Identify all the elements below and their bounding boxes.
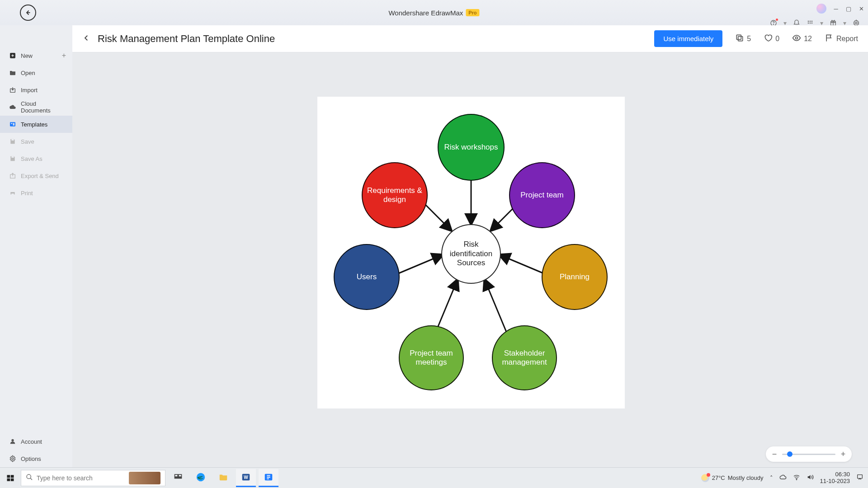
node-label: Risk workshops <box>444 143 498 152</box>
edge-icon[interactable] <box>191 469 211 487</box>
onedrive-icon[interactable] <box>779 474 787 482</box>
sidebar-item-print: Print <box>0 184 72 202</box>
weather-icon <box>701 474 709 482</box>
taskbar-search[interactable]: Type here to search <box>21 470 165 486</box>
svg-point-2 <box>808 21 809 22</box>
stat-copies[interactable]: 5 <box>735 33 751 44</box>
zoom-slider[interactable] <box>782 454 835 455</box>
sidebar-item-templates[interactable]: Templates <box>0 116 72 133</box>
action-center-icon[interactable] <box>856 474 863 482</box>
svg-rect-19 <box>11 191 14 192</box>
sidebar-item-save: Save <box>0 133 72 150</box>
svg-rect-24 <box>737 35 741 39</box>
svg-point-7 <box>811 23 813 24</box>
svg-point-4 <box>811 21 813 22</box>
weather-text: Mostly cloudy <box>728 474 764 481</box>
heart-icon <box>764 33 773 44</box>
node-label: Users <box>357 272 377 282</box>
node-label: Stakeholder management <box>496 349 552 367</box>
explorer-icon[interactable] <box>213 469 233 487</box>
use-immediately-button[interactable]: Use immediately <box>654 30 722 47</box>
node-project-team[interactable]: Project team <box>509 162 575 228</box>
taskbar: Type here to search W 27°C Mostly cloudy… <box>0 467 868 488</box>
word-icon[interactable]: W <box>236 469 256 487</box>
sidebar-item-label: Options <box>21 455 41 462</box>
sidebar-item-import[interactable]: Import <box>0 81 72 99</box>
tray-chevron-icon[interactable]: ˄ <box>770 474 773 481</box>
sidebar-item-label: New <box>21 52 33 59</box>
node-risk-workshops[interactable]: Risk workshops <box>438 114 505 181</box>
page-title: Risk Management Plan Template Online <box>98 33 275 45</box>
search-decoration <box>129 472 160 484</box>
sidebar-item-label: Cloud Documents <box>21 100 63 114</box>
close-button[interactable]: ✕ <box>858 5 864 12</box>
wifi-icon[interactable] <box>793 474 800 482</box>
maximize-button[interactable]: ▢ <box>845 5 852 12</box>
node-requirements[interactable]: Requirements & design <box>362 162 428 228</box>
node-users[interactable]: Users <box>334 244 400 310</box>
node-label: Project team meetings <box>403 349 459 367</box>
svg-rect-15 <box>11 139 14 141</box>
weather-widget[interactable]: 27°C Mostly cloudy <box>701 474 764 482</box>
svg-line-30 <box>500 255 548 275</box>
avatar[interactable] <box>816 4 826 14</box>
sidebar-item-label: Save As <box>21 155 42 162</box>
node-center[interactable]: Risk identification Sources <box>441 224 501 284</box>
cloud-icon <box>9 103 16 111</box>
sidebar-item-label: Save <box>21 138 34 145</box>
node-label: Planning <box>560 272 590 282</box>
node-stakeholder[interactable]: Stakeholder management <box>492 325 557 390</box>
node-planning[interactable]: Planning <box>542 244 608 310</box>
stat-views: 12 <box>792 33 812 44</box>
zoom-thumb[interactable] <box>787 451 793 457</box>
minimize-button[interactable]: ─ <box>833 5 839 12</box>
search-icon <box>26 474 33 482</box>
zoom-control[interactable]: − + <box>766 446 852 462</box>
task-view-icon[interactable] <box>168 469 188 487</box>
clock[interactable]: 06:30 11-10-2023 <box>820 471 850 485</box>
svg-rect-39 <box>179 474 182 477</box>
back-circle-button[interactable] <box>20 5 36 21</box>
import-icon <box>9 86 16 94</box>
report-button[interactable]: Report <box>825 33 858 44</box>
svg-rect-34 <box>11 475 14 478</box>
sidebar-item-options[interactable]: Options <box>0 450 72 467</box>
svg-rect-38 <box>175 474 178 477</box>
templates-icon <box>9 121 16 128</box>
app-title: Wondershare EdrawMax Pro <box>388 9 479 17</box>
volume-icon[interactable] <box>807 474 814 482</box>
sidebar-item-label: Print <box>21 190 33 197</box>
sidebar-item-open[interactable]: Open <box>0 64 72 81</box>
svg-line-29 <box>394 255 443 275</box>
clock-time: 06:30 <box>820 471 850 478</box>
svg-rect-35 <box>7 478 10 481</box>
stat-likes[interactable]: 0 <box>764 33 779 44</box>
node-label: Risk identification Sources <box>446 240 496 267</box>
canvas-area: Risk identification Sources Risk worksho… <box>72 52 868 488</box>
edraw-icon[interactable] <box>259 469 278 487</box>
sidebar: New + Open Import Cloud Documents Templa… <box>0 25 72 488</box>
sidebar-item-label: Templates <box>21 121 47 128</box>
zoom-in-button[interactable]: + <box>840 450 846 459</box>
sidebar-item-cloud[interactable]: Cloud Documents <box>0 99 72 116</box>
back-button[interactable] <box>82 34 91 44</box>
node-label: Project team <box>520 191 563 200</box>
system-tray: 27°C Mostly cloudy ˄ 06:30 11-10-2023 <box>701 471 868 485</box>
zoom-out-button[interactable]: − <box>771 450 778 459</box>
node-pt-meetings[interactable]: Project team meetings <box>399 325 464 390</box>
start-button[interactable] <box>0 468 21 488</box>
node-label: Requirements & design <box>366 186 423 205</box>
svg-rect-13 <box>11 123 12 124</box>
stat-value: 0 <box>775 35 779 43</box>
pro-badge: Pro <box>466 9 479 16</box>
svg-point-22 <box>12 458 14 460</box>
svg-text:W: W <box>244 475 248 480</box>
search-placeholder: Type here to search <box>37 474 93 482</box>
svg-point-37 <box>27 474 31 479</box>
sidebar-item-label: Export & Send <box>21 173 59 179</box>
sidebar-item-account[interactable]: Account <box>0 433 72 450</box>
flag-icon <box>825 33 834 44</box>
new-plus-icon[interactable]: + <box>62 52 66 60</box>
svg-rect-12 <box>10 122 15 126</box>
sidebar-item-new[interactable]: New + <box>0 47 72 64</box>
